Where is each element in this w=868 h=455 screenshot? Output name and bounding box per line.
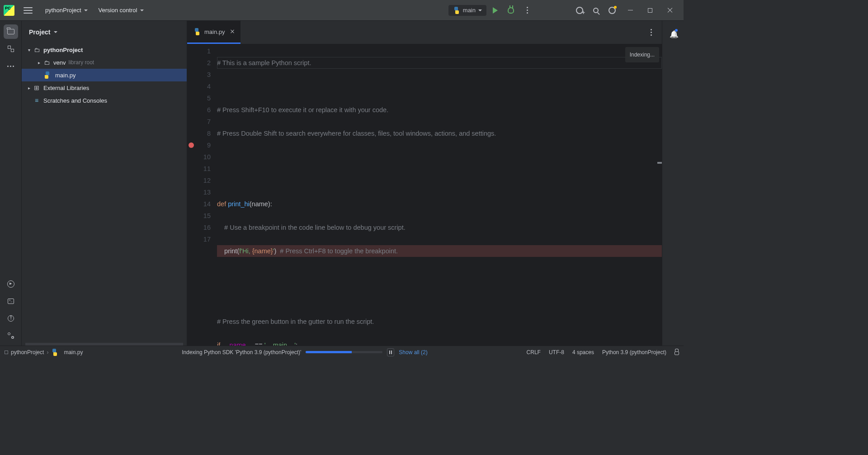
search-icon — [593, 8, 599, 13]
code-content[interactable]: # This is a sample Python script. # Pres… — [215, 44, 662, 346]
dots-horizontal-icon — [7, 66, 14, 67]
folder-icon: 🗀 — [42, 59, 51, 66]
chevron-down-icon — [84, 9, 88, 11]
tree-row-external-libraries[interactable]: ▸External Libraries — [22, 81, 187, 94]
project-tree: ▾🗀pythonProject ▸🗀venvlibrary root main.… — [22, 43, 187, 343]
bell-icon — [670, 30, 677, 37]
window-maximize[interactable] — [640, 3, 660, 18]
python-file-icon — [51, 349, 58, 356]
indexing-status-label: Indexing Python SDK 'Python 3.9 (pythonP… — [182, 349, 301, 355]
window-close[interactable] — [660, 3, 680, 18]
chevron-down-icon — [140, 9, 144, 11]
python-file-icon — [44, 71, 50, 79]
play-icon — [493, 7, 498, 14]
status-bar: pythonProject › main.py Indexing Python … — [0, 346, 684, 358]
maximize-icon — [648, 8, 652, 13]
chevron-right-icon: ▸ — [35, 60, 42, 65]
line-number-gutter[interactable]: 1 2 3 4 5 6 7 8 9 10 11 12 13 14 15 16 1 — [195, 44, 215, 346]
scratches-icon — [33, 97, 41, 104]
python-console-button[interactable] — [4, 277, 18, 291]
chevron-down-icon — [54, 31, 57, 33]
folder-icon: 🗀 — [33, 47, 41, 53]
python-file-icon — [193, 28, 201, 35]
run-configuration-dropdown[interactable]: main — [448, 5, 486, 16]
pycharm-app-icon — [4, 5, 14, 16]
chevron-right-icon: › — [47, 349, 48, 355]
hamburger-menu-icon[interactable] — [24, 7, 33, 14]
panel-scrollbar[interactable] — [25, 343, 183, 346]
problem-icon — [8, 315, 14, 322]
dots-vertical-icon — [527, 7, 528, 14]
version-control-dropdown[interactable]: Version control — [93, 7, 149, 14]
version-control-button[interactable] — [4, 328, 18, 343]
editor-tab-options[interactable] — [644, 25, 658, 40]
chevron-right-icon: ▸ — [25, 85, 33, 90]
gear-icon — [609, 7, 616, 14]
code-with-me-button[interactable] — [572, 3, 587, 18]
python-console-icon — [7, 280, 14, 288]
vcs-icon — [8, 332, 14, 339]
settings-button[interactable] — [605, 3, 619, 18]
structure-tool-button[interactable] — [4, 42, 18, 56]
debug-button[interactable] — [504, 3, 518, 18]
lock-icon[interactable] — [675, 351, 679, 355]
more-tools-button[interactable] — [4, 59, 18, 73]
problems-button[interactable] — [4, 311, 18, 326]
project-name: pythonProject — [45, 7, 81, 14]
module-icon — [5, 351, 8, 354]
right-tool-strip — [662, 21, 684, 346]
line-separator-widget[interactable]: CRLF — [527, 349, 541, 355]
terminal-icon — [8, 299, 14, 304]
library-icon — [33, 84, 41, 91]
tab-main-py[interactable]: main.py — [187, 21, 241, 44]
tab-bar: main.py — [187, 21, 662, 44]
left-tool-strip — [0, 21, 22, 346]
more-run-options[interactable] — [520, 3, 534, 18]
editor-area: main.py 1 2 3 4 — [187, 21, 662, 346]
indexing-progress-bar — [306, 351, 382, 353]
user-plus-icon — [576, 7, 583, 14]
search-everywhere-button[interactable] — [589, 3, 603, 18]
interpreter-widget[interactable]: Python 3.9 (pythonProject) — [602, 349, 666, 355]
window-minimize[interactable] — [620, 3, 640, 18]
code-editor[interactable]: 1 2 3 4 5 6 7 8 9 10 11 12 13 14 15 16 1 — [187, 44, 662, 346]
error-stripe[interactable] — [657, 44, 662, 346]
indent-widget[interactable]: 4 spaces — [572, 349, 594, 355]
bug-icon — [508, 7, 514, 14]
stripe-marker[interactable] — [657, 162, 662, 164]
python-file-icon — [453, 7, 460, 14]
tree-row-scratches[interactable]: Scratches and Consoles — [22, 94, 187, 107]
project-dropdown[interactable]: pythonProject — [40, 7, 93, 14]
folder-icon — [7, 29, 14, 34]
show-all-tasks-link[interactable]: Show all (2) — [399, 349, 427, 355]
terminal-button[interactable] — [4, 294, 18, 308]
project-panel-header[interactable]: Project — [22, 21, 187, 43]
close-icon — [667, 8, 673, 13]
chevron-down-icon: ▾ — [25, 47, 33, 52]
breadcrumb[interactable]: pythonProject › main.py — [5, 349, 83, 356]
chevron-down-icon — [478, 9, 482, 11]
minimize-icon — [628, 10, 633, 10]
structure-icon — [8, 46, 14, 52]
project-tool-button[interactable] — [4, 24, 18, 39]
tab-close-button[interactable] — [229, 28, 236, 35]
title-bar: pythonProject Version control main — [0, 0, 684, 21]
breakpoint-marker[interactable] — [189, 142, 194, 148]
notifications-button[interactable] — [666, 26, 680, 41]
dots-vertical-icon — [651, 29, 652, 36]
pause-indexing-button[interactable] — [387, 348, 394, 356]
tree-row-main-py[interactable]: main.py — [22, 69, 187, 81]
tree-row-project-root[interactable]: ▾🗀pythonProject — [22, 43, 187, 56]
breakpoint-gutter[interactable] — [187, 44, 195, 346]
indexing-badge: Indexing... — [625, 47, 659, 62]
encoding-widget[interactable]: UTF-8 — [549, 349, 564, 355]
run-button[interactable] — [487, 3, 502, 18]
tree-row-venv[interactable]: ▸🗀venvlibrary root — [22, 56, 187, 69]
project-panel: Project ▾🗀pythonProject ▸🗀venvlibrary ro… — [22, 21, 187, 346]
